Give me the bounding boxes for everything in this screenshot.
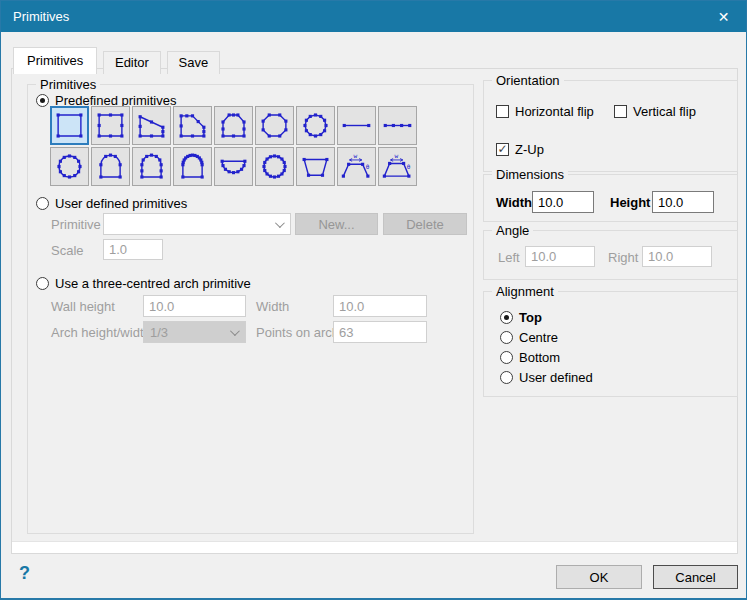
- bowl-icon: [216, 150, 251, 183]
- new-button: New...: [295, 213, 378, 235]
- shape-button-circle-12[interactable]: [296, 106, 335, 145]
- alignment-bottom-radio[interactable]: Bottom: [500, 349, 560, 365]
- user-defined-primitives-radio[interactable]: User defined primitives: [36, 195, 187, 211]
- square-with-points-icon: [93, 109, 128, 142]
- delete-button: Delete: [383, 213, 467, 235]
- shape-button-sloped-quad[interactable]: [132, 106, 171, 145]
- checkmark-icon: ✓: [497, 143, 507, 155]
- z-up-label: Z-Up: [515, 142, 544, 157]
- angle-group: Angle Left Right: [483, 230, 738, 280]
- wall-height-field: [143, 295, 246, 317]
- shape-button-circle-dense[interactable]: [255, 147, 294, 186]
- shape-button-circle-points[interactable]: [50, 147, 89, 186]
- user-defined-primitives-label: User defined primitives: [55, 196, 187, 211]
- primitives-group-label: Primitives: [36, 77, 100, 92]
- width-field[interactable]: [532, 191, 594, 213]
- z-up-checkbox[interactable]: ✓ Z-Up: [496, 141, 544, 157]
- shape-button-arch-sparse[interactable]: [91, 147, 130, 186]
- width-label: Width: [496, 195, 532, 210]
- shape-button-square[interactable]: [50, 106, 89, 145]
- radio-icon: [500, 331, 513, 344]
- shape-button-square-with-points[interactable]: [91, 106, 130, 145]
- angle-group-label: Angle: [492, 223, 533, 238]
- chevron-down-icon: [230, 326, 240, 336]
- line-4-points-icon: [380, 109, 415, 142]
- angle-left-label: Left: [498, 250, 520, 265]
- alignment-top-radio[interactable]: Top: [500, 309, 542, 325]
- close-button[interactable]: ✕: [701, 1, 746, 32]
- alignment-centre-radio[interactable]: Centre: [500, 329, 558, 345]
- sloped-quad-icon: [134, 109, 169, 142]
- radio-icon: [36, 197, 49, 210]
- tab-page-bottom-strip: [12, 541, 737, 553]
- square-icon: [52, 109, 87, 142]
- octagon-icon: [257, 109, 292, 142]
- trapezoid-icon: [298, 150, 333, 183]
- tab-strip: Primitives Editor Save: [13, 47, 222, 74]
- alignment-user-defined-radio[interactable]: User defined: [500, 369, 593, 385]
- alignment-group: Alignment Top Centre Bottom User defined: [483, 291, 738, 397]
- points-on-arch-field: [333, 321, 427, 343]
- shape-button-chamfered-square[interactable]: [173, 106, 212, 145]
- horizontal-flip-checkbox[interactable]: ✓ Horizontal flip: [496, 103, 594, 119]
- shape-button-arch-dense[interactable]: [173, 147, 212, 186]
- tab-primitives[interactable]: Primitives: [13, 47, 97, 74]
- ok-button[interactable]: OK: [556, 565, 642, 589]
- scale-label: Scale: [51, 243, 84, 258]
- radio-icon: [500, 371, 513, 384]
- arch-ratio-label: Arch height/width: [51, 325, 151, 340]
- cancel-button[interactable]: Cancel: [653, 565, 738, 589]
- alignment-bottom-label: Bottom: [519, 350, 560, 365]
- arch-ratio-dropdown: 1/3: [143, 321, 246, 343]
- arch-width-label: Width: [256, 299, 289, 314]
- chamfered-square-icon: [175, 109, 210, 142]
- radio-icon: [500, 311, 513, 324]
- shape-button-arch-medium[interactable]: [132, 147, 171, 186]
- three-centred-arch-label: Use a three-centred arch primitive: [55, 276, 251, 291]
- open-trapezoid-w-theta-icon: w θ: [339, 150, 374, 183]
- angle-left-field: [525, 246, 595, 267]
- primitives-dialog: Primitives ✕ Primitives Editor Save Prim…: [0, 0, 747, 600]
- shape-button-trapezoid-w-theta[interactable]: w θ: [378, 147, 417, 186]
- arch-sparse-points-icon: [93, 150, 128, 183]
- shape-button-trapezoid[interactable]: [296, 147, 335, 186]
- three-centred-arch-radio[interactable]: Use a three-centred arch primitive: [36, 275, 251, 291]
- shape-grid: w θ w θ: [50, 106, 417, 186]
- shape-button-octagon[interactable]: [255, 106, 294, 145]
- arch-dense-points-icon: [175, 150, 210, 183]
- height-field[interactable]: [652, 191, 714, 213]
- alignment-group-label: Alignment: [492, 284, 558, 299]
- circle-points-icon: [52, 150, 87, 183]
- shape-button-line-2-points[interactable]: [337, 106, 376, 145]
- checkbox-icon: ✓: [496, 105, 509, 118]
- svg-text:w: w: [394, 152, 398, 159]
- close-icon: ✕: [718, 9, 730, 25]
- shape-button-line-4-points[interactable]: [378, 106, 417, 145]
- svg-text:θ: θ: [366, 163, 370, 170]
- radio-icon: [500, 351, 513, 364]
- arched-polygon-icon: [216, 109, 251, 142]
- angle-right-field: [642, 246, 712, 267]
- tab-editor[interactable]: Editor: [103, 51, 161, 74]
- shape-button-open-trapezoid-w-theta[interactable]: w θ: [337, 147, 376, 186]
- circle-dense-points-icon: [257, 150, 292, 183]
- svg-text:θ: θ: [407, 163, 411, 170]
- arch-width-field: [333, 295, 427, 317]
- tab-save[interactable]: Save: [167, 51, 221, 74]
- scale-field: [103, 239, 163, 260]
- svg-text:w: w: [353, 152, 357, 159]
- shape-button-arched-polygon[interactable]: [214, 106, 253, 145]
- window-title: Primitives: [13, 9, 69, 24]
- vertical-flip-checkbox[interactable]: ✓ Vertical flip: [614, 103, 696, 119]
- height-label: Height: [610, 195, 650, 210]
- orientation-group-label: Orientation: [492, 73, 564, 88]
- help-icon[interactable]: ?: [19, 563, 30, 584]
- line-2-points-icon: [339, 109, 374, 142]
- orientation-group: Orientation ✓ Horizontal flip ✓ Vertical…: [483, 80, 738, 172]
- shape-button-bowl[interactable]: [214, 147, 253, 186]
- checkbox-icon: ✓: [496, 143, 509, 156]
- points-on-arch-label: Points on arch: [256, 325, 339, 340]
- radio-icon: [36, 94, 49, 107]
- primitives-group: Primitives Predefined primitives: [27, 84, 474, 534]
- chevron-down-icon: [275, 218, 285, 228]
